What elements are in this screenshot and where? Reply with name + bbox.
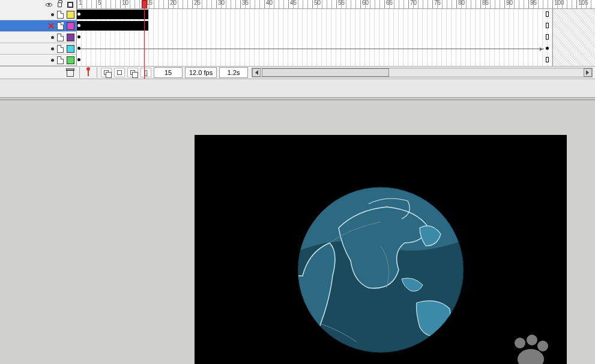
layer-hidden-icon[interactable] — [48, 23, 54, 29]
layer-controls — [0, 55, 77, 65]
onion-skin-outlines-button[interactable] — [114, 68, 125, 77]
svg-point-3 — [515, 338, 525, 348]
frame-strip[interactable] — [77, 43, 595, 55]
timeline-header: 1510152025303540455055606570758085909510… — [0, 0, 595, 9]
layer-lock-icon[interactable] — [57, 34, 64, 41]
stage-canvas[interactable] — [195, 135, 567, 364]
layers-panel — [0, 9, 595, 66]
frame-ruler[interactable]: 1510152025303540455055606570758085909510… — [77, 0, 595, 9]
playhead-handle[interactable] — [142, 0, 147, 9]
layer-lock-icon[interactable] — [57, 45, 64, 53]
keyframe-dot[interactable] — [77, 35, 80, 38]
earth-graphic — [297, 186, 465, 354]
frame-strip[interactable] — [77, 55, 595, 66]
playhead-marker-icon[interactable] — [85, 68, 92, 77]
frame-span[interactable] — [77, 10, 148, 19]
timeline-toolbar: 15 12.0 fps 1.2s — [0, 66, 595, 79]
layer-lock-icon[interactable] — [57, 56, 64, 64]
layer-visible-dot[interactable] — [51, 36, 54, 39]
panel-splitter[interactable] — [0, 98, 595, 100]
watermark-paw-icon — [508, 334, 550, 364]
stage-area — [0, 97, 595, 364]
svg-point-5 — [537, 341, 548, 351]
modify-onion-markers-button[interactable] — [140, 68, 151, 77]
layer-controls — [0, 20, 77, 31]
frame-end-marker[interactable] — [546, 11, 549, 17]
scrollbar-thumb[interactable] — [262, 68, 389, 77]
frame-rate-display: 12.0 fps — [185, 67, 217, 78]
frame-end-marker[interactable] — [546, 34, 549, 40]
layer-lock-icon[interactable] — [57, 22, 64, 30]
layer-visible-dot[interactable] — [51, 59, 54, 62]
layer-column-header — [0, 0, 77, 9]
keyframe-dot[interactable] — [546, 47, 549, 50]
frame-end-marker[interactable] — [546, 23, 549, 28]
layer-row[interactable] — [0, 55, 595, 66]
ruler-label: 105 — [578, 0, 588, 6]
svg-point-4 — [527, 335, 537, 345]
edit-multiple-frames-button[interactable] — [127, 68, 138, 77]
frame-strip[interactable] — [77, 20, 595, 32]
keyframe-dot[interactable] — [77, 58, 80, 61]
current-frame-display: 15 — [154, 67, 183, 78]
layer-controls — [0, 43, 77, 54]
outline-icon[interactable] — [67, 1, 74, 8]
layer-lock-icon[interactable] — [57, 11, 64, 19]
scroll-right-button[interactable] — [584, 68, 592, 77]
layer-row[interactable] — [0, 32, 595, 43]
layer-visible-dot[interactable] — [51, 13, 54, 16]
eye-icon[interactable] — [45, 1, 52, 8]
ruler-label: 100 — [554, 0, 564, 6]
layer-color-swatch[interactable] — [67, 45, 74, 53]
frame-end-marker[interactable] — [546, 57, 549, 62]
trash-icon[interactable] — [66, 68, 73, 77]
onion-skin-button[interactable] — [101, 68, 112, 77]
layer-color-swatch[interactable] — [67, 11, 74, 19]
timeline-hscrollbar[interactable] — [252, 68, 593, 77]
layer-controls — [0, 32, 77, 43]
layer-color-swatch[interactable] — [67, 22, 74, 30]
layer-row[interactable] — [0, 20, 595, 32]
frame-strip[interactable] — [77, 32, 595, 43]
frame-span[interactable] — [77, 21, 148, 31]
layer-visible-dot[interactable] — [51, 47, 54, 50]
tween-arrow — [80, 49, 544, 49]
layer-row[interactable] — [0, 43, 595, 55]
scroll-left-button[interactable] — [252, 68, 261, 77]
lock-icon[interactable] — [56, 1, 63, 8]
svg-point-6 — [518, 349, 544, 364]
layer-row[interactable] — [0, 9, 595, 20]
layer-color-swatch[interactable] — [67, 34, 74, 41]
layer-color-swatch[interactable] — [67, 56, 74, 64]
frame-strip[interactable] — [77, 9, 595, 20]
elapsed-time-display: 1.2s — [219, 67, 248, 78]
layer-controls — [0, 9, 77, 20]
